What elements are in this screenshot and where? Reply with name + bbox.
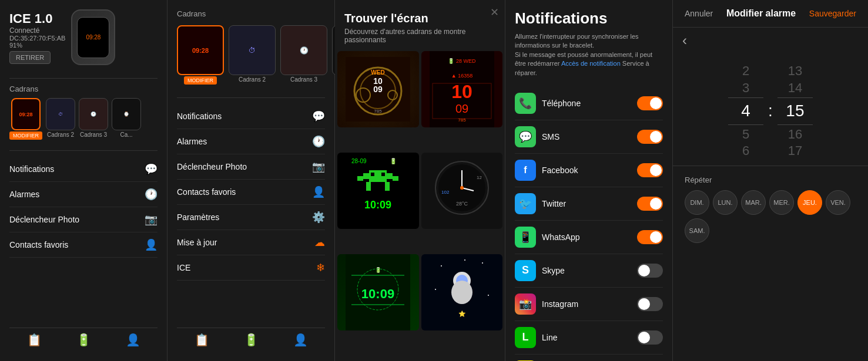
device-name: ICE 1.0 (9, 11, 65, 26)
min-selected: 15 (786, 99, 804, 123)
p2-menu-ice[interactable]: ICE ❄ (177, 255, 325, 281)
p2-bottom-nav-list[interactable]: 📋 (195, 333, 209, 347)
watch-face-display: 09:28 (77, 17, 109, 58)
gallery-item-3[interactable]: 28°C 102 12 (421, 153, 503, 229)
svg-rect-42 (351, 304, 404, 305)
hour-selected: 4 (741, 99, 750, 123)
menu-item-alarmes[interactable]: Alarmes 🕐 (9, 182, 157, 207)
instagram-toggle[interactable] (637, 297, 663, 311)
day-btn-sam[interactable]: SAM. (685, 218, 709, 243)
svg-text:▲ 16358: ▲ 16358 (451, 73, 472, 79)
min-bottom-line (777, 124, 813, 125)
back-button[interactable]: ‹ (682, 32, 687, 49)
hour-6: 6 (742, 143, 749, 160)
menu-item-notifications[interactable]: Notifications 💬 (9, 157, 157, 182)
p2-menu-parametres[interactable]: Paramètres ⚙️ (177, 205, 325, 230)
retirer-button[interactable]: RETIRER (9, 51, 51, 64)
telephone-toggle-check: ✓ (656, 100, 661, 106)
notif-row-telephone: 📞 Téléphone ✓ (515, 87, 663, 120)
gallery-item-0[interactable]: WED 10 09 785 (337, 51, 419, 127)
day-btn-ven[interactable]: VEN. (826, 190, 850, 215)
twitter-toggle[interactable]: ✓ (637, 197, 663, 211)
svg-rect-21 (387, 173, 393, 179)
p2-contacts-icon: 👤 (312, 185, 325, 198)
notifications-description: Allumez l'interrupteur pour synchroniser… (515, 32, 663, 77)
day-btn-dim[interactable]: DIM. (685, 190, 709, 215)
sms-app-name: SMS (542, 132, 559, 141)
svg-rect-23 (393, 176, 398, 181)
wf-green-tech: 🔋 10:09 (337, 254, 419, 330)
day-btn-lun[interactable]: LUN. (713, 190, 738, 215)
repeat-label: Répéter (685, 176, 856, 184)
watch-thumb-0[interactable]: 09:28 (11, 98, 41, 130)
gallery-subtitle: Découvrez d'autres cadrans de montre pas… (335, 28, 505, 51)
svg-text:10: 10 (451, 81, 472, 102)
wf-analog-dark: 28°C 102 12 (421, 153, 503, 229)
p2-bottom-nav-battery[interactable]: 🔋 (244, 333, 259, 347)
gallery-item-4[interactable]: 🔋 10:09 (337, 254, 419, 330)
notif-row-facebook: f Facebook ✓ (515, 154, 663, 187)
bottom-nav-battery[interactable]: 🔋 (76, 333, 91, 347)
menu-item-photo[interactable]: Déclencheur Photo 📷 (9, 207, 157, 232)
svg-rect-40 (351, 275, 404, 276)
svg-text:10:09: 10:09 (364, 199, 391, 211)
menu-item-contacts[interactable]: Contacts favoris 👤 (9, 232, 157, 258)
hour-5: 5 (742, 126, 749, 143)
facebook-toggle[interactable]: ✓ (637, 163, 663, 177)
svg-text:🔋: 🔋 (390, 157, 397, 165)
svg-text:785: 785 (458, 117, 466, 123)
menu-item-contacts-label: Contacts favoris (9, 240, 68, 249)
p2-notifications-icon: 💬 (312, 110, 325, 123)
menu-item-alarmes-label: Alarmes (9, 190, 39, 199)
day-btn-jeu[interactable]: JEU. (797, 190, 822, 215)
modify-badge: MODIFIER (9, 131, 42, 140)
cadran-thumb-2[interactable]: 🕐 (280, 25, 327, 75)
p2-menu-mise-a-jour[interactable]: Mise à jour ☁ (177, 230, 325, 255)
alarm-cancel-button[interactable]: Annuler (685, 9, 713, 18)
p2-menu-photo[interactable]: Déclencheur Photo 📷 (177, 154, 325, 180)
watch-thumb-3[interactable]: ⌚ (112, 98, 141, 130)
p2-menu-contacts[interactable]: Contacts favoris 👤 (177, 180, 325, 205)
line-app-name: Line (542, 333, 557, 342)
gallery-item-5[interactable]: ⭐ (421, 254, 503, 330)
telephone-toggle[interactable]: ✓ (637, 96, 663, 110)
day-btn-mar[interactable]: MAR. (741, 190, 766, 215)
alarm-save-button[interactable]: Sauvegarder (809, 9, 856, 18)
p2-bottom-nav-profile[interactable]: 👤 (293, 333, 308, 347)
notif-app-facebook: f Facebook (515, 160, 578, 181)
cadran-label-2: Cadrans 3 (290, 76, 317, 83)
svg-text:WED: WED (371, 69, 385, 76)
divider-2 (9, 150, 157, 151)
p2-menu-alarmes[interactable]: Alarmes 🕐 (177, 129, 325, 154)
day-btn-mer[interactable]: MER. (769, 190, 794, 215)
notif-row-kakaotalk: K KakaoTalk (515, 355, 663, 361)
notif-link[interactable]: Accès de notification (561, 60, 621, 67)
gallery-item-2[interactable]: 28-09 🔋 10:09 (337, 153, 419, 229)
cadran-label-1: Cadrans 2 (239, 76, 266, 83)
svg-text:102: 102 (441, 190, 450, 195)
gallery-item-1[interactable]: 🔋 28 WED ▲ 16358 10 09 785 (421, 51, 503, 127)
battery-level: 91% (9, 42, 65, 49)
sms-toggle[interactable]: ✓ (637, 130, 663, 144)
svg-point-34 (460, 186, 464, 190)
line-toggle[interactable] (637, 330, 663, 345)
skype-toggle[interactable] (637, 264, 663, 278)
whatsapp-toggle[interactable]: ✓ (637, 230, 663, 244)
facebook-app-icon: f (515, 160, 536, 181)
watch-thumb-1[interactable]: ⏱ (46, 98, 75, 130)
notif-row-sms: 💬 SMS ✓ (515, 120, 663, 154)
cadrans-section-title: Cadrans (9, 85, 157, 93)
gallery-title: Trouver l'écran (335, 0, 505, 28)
cadran-thumb-1[interactable]: ⏱ (229, 25, 276, 75)
close-icon[interactable]: ✕ (490, 6, 499, 19)
p2-alarmes-icon: 🕐 (312, 135, 325, 148)
wf-red-digital: 🔋 28 WED ▲ 16358 10 09 785 (421, 51, 503, 127)
watch-thumb-2[interactable]: 🕐 (79, 98, 108, 130)
bottom-nav-profile[interactable]: 👤 (126, 333, 140, 347)
p2-parametres-icon: ⚙️ (312, 211, 325, 224)
bottom-nav-list[interactable]: 📋 (27, 333, 42, 347)
facebook-toggle-check: ✓ (656, 167, 661, 173)
p2-menu-notifications[interactable]: Notifications 💬 (177, 104, 325, 129)
panel-gallery: ✕ Trouver l'écran Découvrez d'autres cad… (335, 0, 505, 361)
cadran-thumb-0[interactable]: 09:28 (177, 25, 224, 75)
